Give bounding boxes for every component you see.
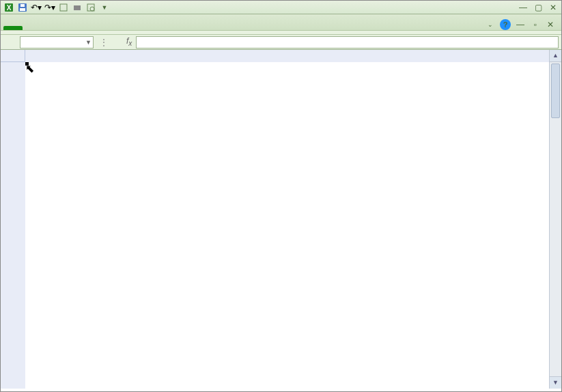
ribbon-minimize-icon[interactable]: ― <box>515 19 526 30</box>
undo-icon[interactable]: ↶▾ <box>31 2 42 13</box>
help-icon[interactable]: ? <box>500 19 511 30</box>
active-cell-selection <box>25 62 28 65</box>
qat-dropdown-icon[interactable]: ▼ <box>99 2 110 13</box>
print-preview-icon[interactable] <box>85 2 96 13</box>
close-icon[interactable]: ✕ <box>548 3 559 12</box>
svg-rect-3 <box>20 8 25 11</box>
row-headers <box>1 62 25 389</box>
svg-point-8 <box>90 7 94 11</box>
scroll-up-icon[interactable]: ▲ <box>550 50 561 62</box>
ribbon-mini-dropdown-icon[interactable]: ⌄ <box>485 19 496 30</box>
svg-text:X: X <box>7 4 12 12</box>
qat-icon-2[interactable] <box>72 2 83 13</box>
window-controls: ― ▢ ✕ <box>518 3 559 12</box>
title-bar: X ↶▾ ↷▾ ▼ ― ▢ ✕ <box>1 1 561 14</box>
worksheet-area: ⬉ ▲ ▼ <box>1 50 561 389</box>
formula-bar: ▼ ⋮ fx <box>1 35 561 50</box>
ribbon-close-icon[interactable]: ✕ <box>545 19 556 30</box>
name-box-dropdown-icon[interactable]: ▼ <box>85 39 92 46</box>
minimize-icon[interactable]: ― <box>518 3 529 12</box>
fill-handle[interactable] <box>25 62 29 66</box>
column-headers <box>25 50 549 62</box>
ribbon-restore-icon[interactable]: ▫ <box>530 19 541 30</box>
redo-icon[interactable]: ↷▾ <box>44 2 55 13</box>
maximize-icon[interactable]: ▢ <box>533 3 544 12</box>
formula-input[interactable] <box>136 36 559 48</box>
vertical-scrollbar[interactable]: ▲ ▼ <box>549 50 561 389</box>
cell-grid[interactable]: ⬉ <box>25 62 549 389</box>
namebox-sep-icon: ⋮ <box>98 38 110 47</box>
save-icon[interactable] <box>17 2 28 13</box>
svg-rect-6 <box>74 5 81 10</box>
fx-icon[interactable]: fx <box>126 36 132 47</box>
svg-rect-4 <box>20 4 25 7</box>
quick-access-toolbar: X ↶▾ ↷▾ ▼ <box>3 2 110 13</box>
excel-icon: X <box>3 2 14 13</box>
scroll-thumb[interactable] <box>551 64 560 118</box>
name-box[interactable]: ▼ <box>20 36 94 48</box>
scroll-down-icon[interactable]: ▼ <box>550 376 561 389</box>
select-all-corner[interactable] <box>1 50 25 62</box>
svg-rect-5 <box>60 4 67 11</box>
cursor-arrow-icon: ⬉ <box>25 62 34 75</box>
ribbon-tabs: ⌄ ? ― ▫ ✕ <box>1 14 561 31</box>
qat-icon-1[interactable] <box>58 2 69 13</box>
file-tab[interactable] <box>3 26 23 30</box>
